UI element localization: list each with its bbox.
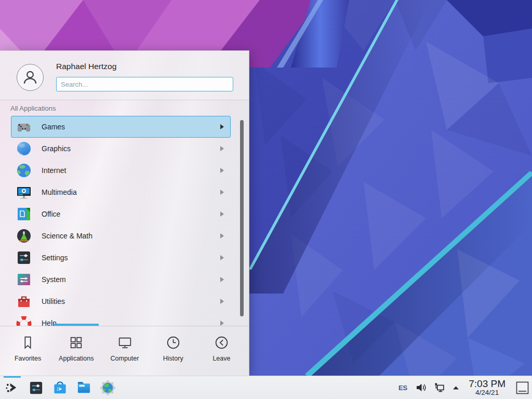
system-tray: ES 7:03 PM 4/24/21: [397, 376, 529, 399]
tab-label: Applications: [59, 355, 94, 362]
section-label: All Applications: [10, 104, 56, 112]
submenu-arrow-icon: [220, 255, 224, 260]
submenu-arrow-icon: [220, 211, 224, 217]
bookmark-icon: [20, 335, 35, 350]
globe-icon: [16, 162, 32, 179]
gamepad-icon: [16, 118, 32, 135]
submenu-arrow-icon: [220, 168, 224, 173]
category-label: Office: [42, 210, 60, 218]
flask-icon: [16, 228, 32, 244]
category-graphics[interactable]: Graphics: [11, 138, 231, 159]
clock-date: 4/24/21: [475, 389, 499, 396]
lifebuoy-icon: [16, 315, 32, 326]
category-label: Internet: [42, 166, 66, 175]
clock-icon: [166, 335, 181, 350]
web-browser-icon[interactable]: [100, 380, 116, 396]
active-tab-indicator: [54, 324, 99, 326]
category-label: Settings: [42, 254, 68, 262]
category-label: Graphics: [42, 144, 71, 153]
taskbar-panel: ES 7:03 PM 4/24/21: [0, 376, 532, 399]
category-games[interactable]: Games: [11, 116, 231, 138]
list-scrollbar[interactable]: [240, 120, 244, 316]
tab-label: Computer: [111, 355, 139, 362]
submenu-arrow-icon: [220, 146, 224, 151]
grid-icon: [69, 335, 84, 350]
tab-computer[interactable]: Computer: [100, 326, 149, 376]
person-icon: [21, 69, 39, 86]
media-icon: [16, 184, 32, 201]
launcher-header: Raphael Hertzog: [0, 51, 249, 100]
category-multimedia[interactable]: Multimedia: [11, 181, 231, 203]
tab-history[interactable]: History: [149, 326, 197, 376]
submenu-arrow-icon: [220, 299, 224, 304]
application-launcher-icon[interactable]: [4, 380, 20, 396]
volume-icon[interactable]: [415, 382, 427, 393]
clock-time: 7:03 PM: [469, 379, 506, 389]
category-help[interactable]: Help: [11, 312, 231, 326]
tab-favorites[interactable]: Favorites: [4, 326, 52, 376]
submenu-arrow-icon: [220, 124, 224, 129]
category-science-math[interactable]: Science & Math: [11, 225, 231, 247]
leave-icon: [214, 335, 229, 350]
tab-label: History: [163, 355, 183, 362]
category-label: Utilities: [42, 297, 65, 305]
tab-leave[interactable]: Leave: [197, 326, 246, 376]
sliders-icon: [16, 249, 32, 266]
tab-label: Leave: [212, 355, 230, 362]
sphere-icon: [16, 140, 32, 157]
system-icon: [16, 271, 32, 288]
category-office[interactable]: Office: [11, 203, 231, 225]
application-launcher-popup: Raphael Hertzog All Applications Games: [0, 50, 249, 376]
digital-clock[interactable]: 7:03 PM 4/24/21: [467, 379, 508, 396]
launcher-tab-bar: Favorites Applications Computer: [4, 326, 246, 376]
category-label: Games: [42, 123, 65, 131]
keyboard-layout-indicator[interactable]: ES: [397, 384, 408, 392]
user-name: Raphael Hertzog: [56, 62, 116, 71]
category-label: System: [42, 275, 66, 284]
category-settings[interactable]: Settings: [11, 247, 231, 269]
category-label: Science & Math: [42, 232, 92, 240]
category-label: Multimedia: [42, 188, 77, 196]
file-manager-icon[interactable]: [76, 380, 92, 396]
system-settings-icon[interactable]: [28, 380, 44, 396]
category-utilities[interactable]: Utilities: [11, 290, 231, 312]
wired-network-icon[interactable]: [433, 382, 445, 394]
category-system[interactable]: System: [11, 269, 231, 290]
discover-icon[interactable]: [52, 380, 68, 396]
category-list: Games Graphics Internet: [11, 116, 231, 326]
category-internet[interactable]: Internet: [11, 159, 231, 181]
search-input[interactable]: [56, 77, 233, 91]
monitor-icon: [117, 335, 132, 350]
tab-label: Favorites: [15, 355, 41, 362]
taskbar-pinned-apps: [4, 376, 116, 399]
user-avatar[interactable]: [17, 64, 44, 91]
show-desktop-button[interactable]: [515, 381, 529, 395]
submenu-arrow-icon: [220, 190, 224, 195]
toolbox-icon: [16, 293, 32, 310]
submenu-arrow-icon: [220, 321, 224, 326]
expand-tray-icon[interactable]: [452, 384, 460, 392]
submenu-arrow-icon: [220, 233, 224, 238]
tab-applications[interactable]: Applications: [52, 326, 100, 376]
submenu-arrow-icon: [220, 277, 224, 282]
documents-icon: [16, 206, 32, 222]
